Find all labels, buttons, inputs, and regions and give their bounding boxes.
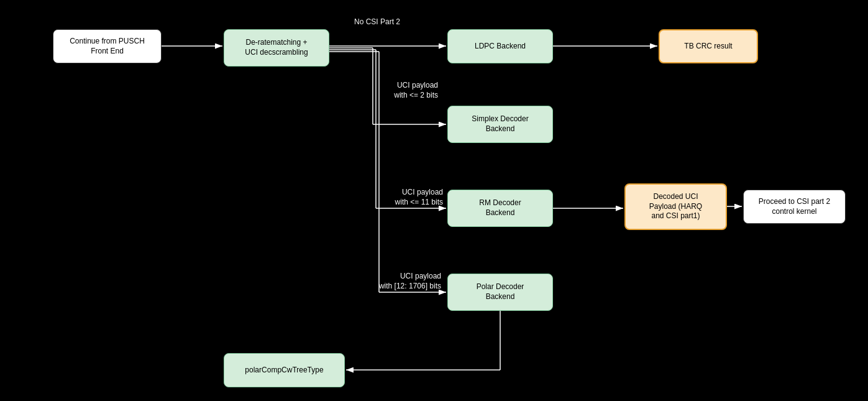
polar-comp-label: polarCompCwTreeType	[245, 366, 323, 376]
uci-polar-label: UCI payload with [12: 1706] bits	[329, 272, 441, 291]
ldpc-backend-node: LDPC Backend	[447, 29, 553, 63]
rm-decoder-label: RM Decoder Backend	[479, 198, 521, 218]
de-ratematching-node: De-ratematching + UCI decscrambling	[224, 29, 329, 67]
diagram-container: Continue from PUSCH Front End De-ratemat…	[0, 0, 868, 401]
polar-comp-node: polarCompCwTreeType	[224, 353, 345, 387]
decoded-uci-label: Decoded UCI Payload (HARQ and CSI part1)	[649, 192, 702, 221]
decoded-uci-node: Decoded UCI Payload (HARQ and CSI part1)	[624, 183, 727, 230]
tb-crc-label: TB CRC result	[684, 42, 732, 52]
simplex-decoder-label: Simplex Decoder Backend	[472, 114, 528, 134]
tb-crc-node: TB CRC result	[659, 29, 758, 63]
simplex-decoder-node: Simplex Decoder Backend	[447, 106, 553, 143]
uci-11bits-label: UCI payload with <= 11 bits	[344, 188, 443, 207]
proceed-csi-node: Proceed to CSI part 2 control kernel	[743, 190, 846, 224]
rm-decoder-node: RM Decoder Backend	[447, 190, 553, 227]
no-csi2-label: No CSI Part 2	[354, 17, 400, 27]
proceed-csi-label: Proceed to CSI part 2 control kernel	[759, 197, 830, 216]
de-ratematching-label: De-ratematching + UCI decscrambling	[245, 38, 308, 57]
ldpc-backend-label: LDPC Backend	[475, 42, 526, 52]
polar-decoder-node: Polar Decoder Backend	[447, 274, 553, 311]
continue-pusch-node: Continue from PUSCH Front End	[53, 29, 162, 63]
continue-pusch-label: Continue from PUSCH Front End	[70, 37, 145, 56]
polar-decoder-label: Polar Decoder Backend	[477, 282, 524, 302]
uci-2bits-label: UCI payload with <= 2 bits	[351, 81, 438, 100]
